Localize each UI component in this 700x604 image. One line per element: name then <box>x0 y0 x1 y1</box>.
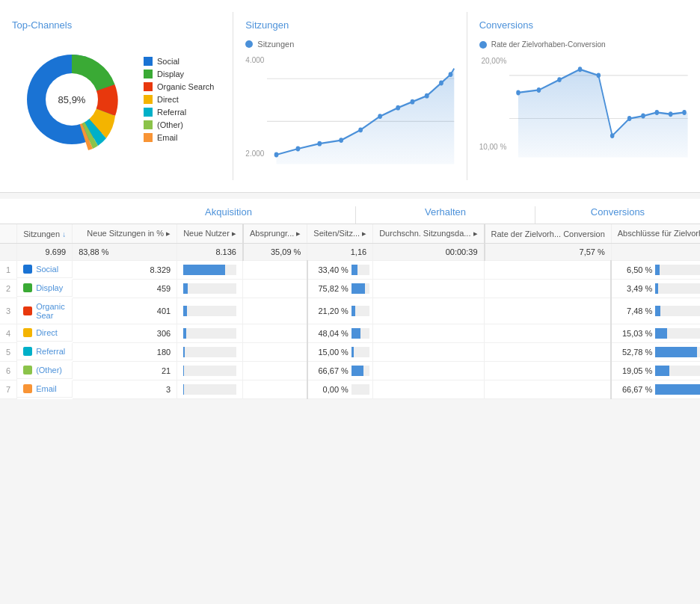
absprungrate-cell: 66,67 % <box>307 362 373 380</box>
absprungrate-cell: 33,40 % <box>307 261 373 280</box>
neue-sitzungen-bar <box>177 343 243 362</box>
conversions-panel: Conversions Rate der Zielvorhaben-Conver… <box>467 12 700 180</box>
sitzungen-panel: Sitzungen Sitzungen 4.000 2.000 <box>233 12 467 180</box>
svg-point-26 <box>642 114 646 119</box>
sitzungen-title: Sitzungen <box>245 19 454 31</box>
absprungrate-cell: 21,20 % <box>307 298 373 324</box>
svg-point-13 <box>425 93 429 99</box>
svg-point-5 <box>274 152 279 158</box>
section-headers: Akquisition Verhalten Conversions <box>0 199 700 224</box>
pie-center-label: 85,9% <box>58 94 86 105</box>
pie-chart: 85,9% <box>12 40 132 159</box>
absprungrate-cell: 0,00 % <box>307 380 373 399</box>
absprungrate-cell: 75,82 % <box>307 280 373 298</box>
svg-point-15 <box>449 72 453 77</box>
table-row: 1Social8.32933,40 %6,50 % <box>0 261 700 280</box>
neue-sitzungen-bar <box>177 362 243 380</box>
conversions-header-bottom: Conversions <box>535 206 700 224</box>
svg-point-25 <box>627 116 632 121</box>
svg-point-19 <box>517 90 521 95</box>
legend-organic: Organic Search <box>144 82 214 91</box>
svg-point-7 <box>318 141 322 147</box>
legend-social: Social <box>144 57 214 66</box>
svg-point-12 <box>411 99 415 105</box>
conversions-title: Conversions <box>479 19 688 31</box>
svg-point-27 <box>655 110 660 115</box>
absprungrate-cell: 48,04 % <box>307 324 373 343</box>
table-row: 6(Other)2166,67 %19,05 % <box>0 362 700 380</box>
svg-point-21 <box>558 77 562 82</box>
channel-cell[interactable]: Email <box>17 380 73 398</box>
table-row: 4Direct30648,04 %15,03 % <box>0 324 700 343</box>
svg-point-29 <box>683 110 687 115</box>
sitzungen-legend: Sitzungen <box>245 40 454 49</box>
top-channels-panel: Top-Channels 85,9% <box>0 12 233 180</box>
table-row: 2Display45975,82 %3,49 % <box>0 280 700 298</box>
top-channels-title: Top-Channels <box>12 19 221 31</box>
neue-sitzungen-bar <box>177 298 243 324</box>
neue-sitzungen-bar <box>177 280 243 298</box>
svg-point-9 <box>359 127 363 132</box>
conversions-chart <box>509 54 688 166</box>
pie-container: 85,9% Social Display Organic Search Dir <box>12 40 221 159</box>
svg-point-22 <box>578 67 583 72</box>
channel-cell[interactable]: Social <box>17 261 73 278</box>
data-table: Sitzungen ↓ Neue Sitzungen in % ▸ Neue N… <box>0 224 700 399</box>
conversions-legend: Rate der Zielvorhaben-Conversion <box>479 40 688 49</box>
legend-display: Display <box>144 70 214 78</box>
absprungrate-cell: 15,00 % <box>307 343 373 362</box>
total-row: 9.699 83,88 % 8.136 35,09 % 1,16 00:00:3… <box>0 244 700 261</box>
verhalten-header: Verhalten <box>356 206 535 224</box>
table-row: 7Email30,00 %66,67 % <box>0 380 700 399</box>
svg-point-14 <box>439 81 443 86</box>
channel-cell[interactable]: (Other) <box>17 362 73 379</box>
svg-point-20 <box>537 87 541 93</box>
svg-point-28 <box>669 111 673 117</box>
legend-email: Email <box>144 133 214 142</box>
rate-ziel-cell: 19,05 % <box>611 362 700 380</box>
channel-cell[interactable]: Referral <box>17 343 73 360</box>
sitzungen-chart <box>267 53 454 173</box>
rate-ziel-cell: 6,50 % <box>611 261 700 280</box>
rate-ziel-cell: 66,67 % <box>611 380 700 399</box>
svg-point-24 <box>610 133 615 138</box>
channel-cell[interactable]: Display <box>17 280 73 297</box>
pie-legend: Social Display Organic Search Direct Ref… <box>144 57 214 142</box>
bottom-section: Akquisition Verhalten Conversions Sitzun… <box>0 199 700 399</box>
channel-cell[interactable]: Organic Sear <box>17 298 73 324</box>
svg-point-23 <box>597 73 601 78</box>
rate-ziel-cell: 3,49 % <box>611 280 700 298</box>
channel-cell[interactable]: Direct <box>17 324 73 342</box>
legend-referral: Referral <box>144 108 214 117</box>
neue-sitzungen-bar <box>177 261 243 280</box>
svg-point-11 <box>396 105 401 111</box>
svg-point-6 <box>296 147 301 152</box>
top-section: Top-Channels 85,9% <box>0 0 700 193</box>
neue-sitzungen-bar <box>177 324 243 343</box>
legend-direct: Direct <box>144 95 214 104</box>
akquisition-header: Akquisition <box>102 206 356 224</box>
svg-point-8 <box>340 138 344 143</box>
rate-ziel-cell: 7,48 % <box>611 298 700 324</box>
table-row: 5Referral18015,00 %52,78 % <box>0 343 700 362</box>
legend-other: (Other) <box>144 120 214 129</box>
svg-marker-4 <box>277 69 455 164</box>
table-header-row: Sitzungen ↓ Neue Sitzungen in % ▸ Neue N… <box>0 224 700 244</box>
svg-point-10 <box>378 114 383 119</box>
rate-ziel-cell: 52,78 % <box>611 343 700 362</box>
rate-ziel-cell: 15,03 % <box>611 324 700 343</box>
neue-sitzungen-bar <box>177 380 243 399</box>
table-row: 3Organic Sear40121,20 %7,48 % <box>0 298 700 324</box>
